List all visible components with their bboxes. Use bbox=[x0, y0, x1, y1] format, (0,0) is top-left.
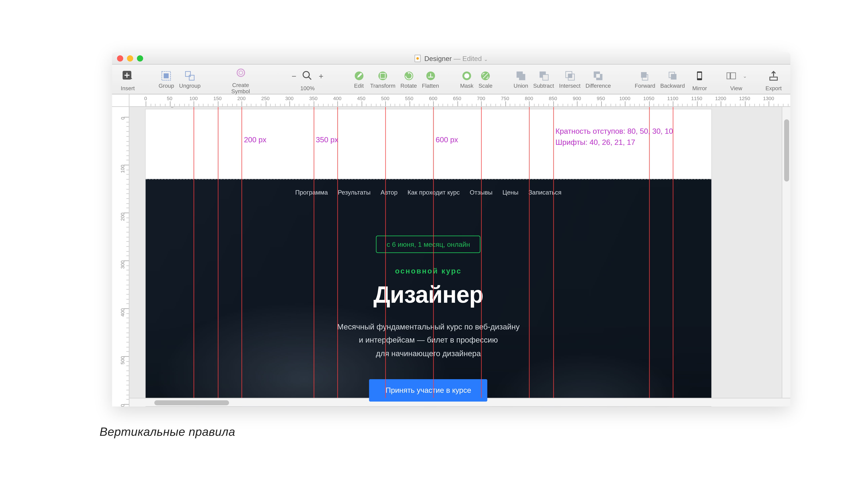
svg-rect-3 bbox=[186, 72, 191, 77]
fullscreen-window-button[interactable] bbox=[137, 55, 143, 61]
transform-icon bbox=[377, 70, 389, 82]
ruler-horizontal[interactable]: 0501001502002503003504004505005506006507… bbox=[130, 94, 790, 107]
date-badge[interactable]: с 6 июня, 1 месяц, онлайн bbox=[376, 236, 481, 253]
figure-caption: Вертикальные правила bbox=[100, 425, 235, 439]
mask-button[interactable]: Mask bbox=[460, 70, 474, 89]
export-button[interactable]: Export bbox=[766, 67, 782, 91]
ungroup-button[interactable]: Ungroup bbox=[179, 70, 201, 89]
flatten-icon bbox=[424, 70, 437, 82]
subtract-button[interactable]: Subtract bbox=[533, 70, 554, 89]
symbol-icon bbox=[235, 67, 247, 79]
window-status: Edited bbox=[462, 54, 482, 62]
rotate-button[interactable]: Rotate bbox=[400, 70, 417, 89]
zoom-out-button[interactable]: − bbox=[291, 71, 296, 80]
transform-button[interactable]: Transform bbox=[370, 70, 395, 89]
window-controls bbox=[117, 55, 143, 61]
guide-label: 600 px bbox=[436, 136, 458, 144]
mirror-button[interactable]: Mirror bbox=[692, 67, 707, 91]
edit-button[interactable]: Edit bbox=[353, 70, 365, 89]
scale-icon bbox=[479, 70, 492, 82]
titlebar: Designer — Edited ⌄ bbox=[112, 52, 790, 65]
forward-icon bbox=[639, 70, 651, 82]
zoom-in-button[interactable]: + bbox=[319, 71, 324, 80]
group-icon bbox=[160, 70, 173, 82]
toolbar: Insert Group Ungroup Create Symbol bbox=[112, 65, 790, 94]
difference-button[interactable]: Difference bbox=[585, 70, 611, 89]
pencil-icon bbox=[353, 70, 365, 82]
svg-rect-16 bbox=[543, 75, 548, 80]
svg-rect-23 bbox=[671, 74, 676, 79]
guide-label: 350 px bbox=[316, 136, 338, 144]
union-button[interactable]: Union bbox=[514, 70, 528, 89]
hero-nav-item[interactable]: Как проходит курс bbox=[408, 189, 460, 196]
mask-icon bbox=[461, 70, 473, 82]
document-icon bbox=[414, 54, 420, 62]
svg-rect-19 bbox=[568, 74, 571, 78]
magnifier-icon bbox=[301, 70, 314, 82]
scrollbar-thumb[interactable] bbox=[784, 119, 789, 181]
intersect-button[interactable]: Intersect bbox=[559, 70, 581, 89]
plus-icon bbox=[121, 70, 134, 82]
ungroup-icon bbox=[184, 70, 196, 82]
view-icon bbox=[725, 70, 738, 82]
svg-rect-25 bbox=[698, 73, 701, 78]
difference-icon bbox=[592, 70, 604, 82]
hero-nav-item[interactable]: Программа bbox=[295, 189, 328, 196]
hero-nav-item[interactable]: Результаты bbox=[338, 189, 371, 196]
zoom-control[interactable]: − + 100% bbox=[291, 67, 323, 91]
ruler-vertical[interactable]: 0100200300400500600 bbox=[112, 107, 130, 407]
window-title-text: Designer bbox=[424, 54, 452, 62]
forward-button[interactable]: Forward bbox=[635, 70, 655, 89]
hero-section: ПрограммаРезультатыАвторКак проходит кур… bbox=[145, 179, 711, 407]
ruler-origin[interactable] bbox=[112, 94, 130, 107]
svg-rect-21 bbox=[641, 72, 647, 78]
backward-button[interactable]: Backward bbox=[660, 70, 685, 89]
svg-point-8 bbox=[378, 72, 387, 80]
hero-nav-item[interactable]: Записаться bbox=[528, 189, 562, 196]
app-window: Designer — Edited ⌄ Insert Group Ungroup bbox=[112, 52, 790, 407]
svg-rect-2 bbox=[164, 73, 169, 78]
svg-rect-26 bbox=[727, 73, 730, 79]
artboard-label[interactable]: web-designer bbox=[145, 107, 183, 108]
svg-rect-4 bbox=[189, 75, 194, 80]
create-symbol-button[interactable]: Create Symbol bbox=[224, 64, 257, 94]
svg-point-6 bbox=[303, 72, 309, 78]
hero-description: Месячный фундаментальный курс по веб-диз… bbox=[310, 321, 547, 360]
guide-notes: Кратность отступов: 80, 50, 30, 10Шрифты… bbox=[555, 126, 673, 148]
canvas[interactable]: web-designer ПрограммаРезультатыАвторКак… bbox=[130, 107, 790, 407]
union-icon bbox=[515, 70, 527, 82]
phone-icon bbox=[693, 70, 706, 82]
scrollbar-vertical[interactable] bbox=[782, 107, 790, 398]
hero-title: Дизайнер bbox=[158, 282, 699, 308]
svg-rect-28 bbox=[770, 77, 777, 80]
close-window-button[interactable] bbox=[117, 55, 123, 61]
hero-nav-item[interactable]: Цены bbox=[502, 189, 518, 196]
rotate-icon bbox=[402, 70, 415, 82]
flatten-button[interactable]: Flatten bbox=[422, 70, 439, 89]
ruler-row: 0501001502002503003504004505005506006507… bbox=[112, 94, 790, 107]
view-button[interactable]: ⌄View bbox=[725, 67, 747, 91]
group-button[interactable]: Group bbox=[159, 70, 174, 89]
artboard[interactable]: ПрограммаРезультатыАвторКак проходит кур… bbox=[145, 109, 711, 407]
scale-button[interactable]: Scale bbox=[479, 70, 493, 89]
subtract-icon bbox=[537, 70, 550, 82]
backward-icon bbox=[666, 70, 679, 82]
window-title: Designer — Edited ⌄ bbox=[112, 54, 790, 62]
guide-label: 200 px bbox=[244, 136, 266, 144]
cta-button[interactable]: Принять участие в курсе bbox=[370, 379, 487, 401]
minimize-window-button[interactable] bbox=[127, 55, 133, 61]
hero-nav-item[interactable]: Отзывы bbox=[470, 189, 493, 196]
svg-rect-27 bbox=[731, 73, 736, 79]
intersect-icon bbox=[564, 70, 576, 82]
svg-point-13 bbox=[464, 73, 469, 78]
export-icon bbox=[767, 70, 780, 82]
hero-nav-item[interactable]: Автор bbox=[380, 189, 397, 196]
hero-top-border bbox=[145, 179, 711, 180]
insert-button[interactable]: Insert bbox=[121, 67, 135, 91]
hero-kicker: основной курс bbox=[158, 267, 699, 275]
svg-point-5 bbox=[237, 69, 244, 76]
hero-nav: ПрограммаРезультатыАвторКак проходит кур… bbox=[145, 180, 711, 204]
